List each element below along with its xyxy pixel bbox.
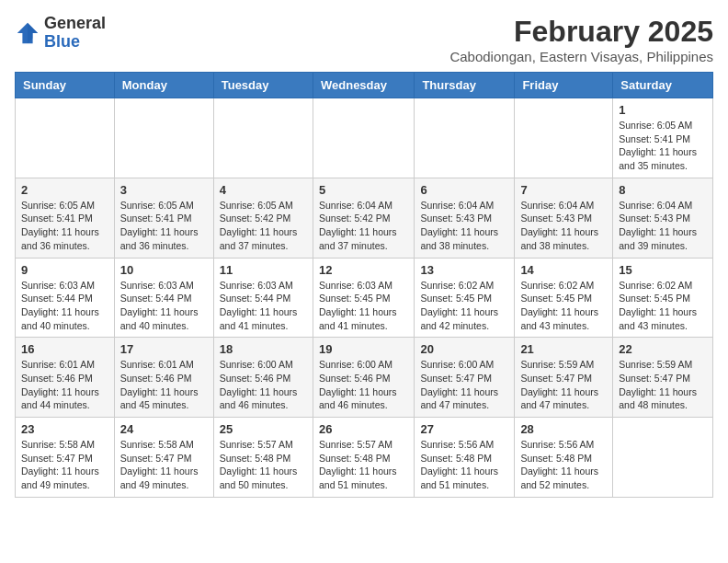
day-number: 27 (420, 422, 508, 436)
column-header-friday: Friday (515, 73, 613, 98)
day-number: 13 (420, 263, 508, 277)
day-number: 10 (120, 263, 208, 277)
calendar-week-row: 1Sunrise: 6:05 AM Sunset: 5:41 PM Daylig… (16, 98, 713, 178)
column-header-sunday: Sunday (16, 73, 115, 98)
calendar-cell: 2Sunrise: 6:05 AM Sunset: 5:41 PM Daylig… (16, 178, 115, 258)
day-info: Sunrise: 6:05 AM Sunset: 5:41 PM Dayligh… (21, 199, 108, 253)
calendar-header-row: SundayMondayTuesdayWednesdayThursdayFrid… (16, 73, 713, 98)
day-number: 2 (21, 183, 108, 197)
day-number: 12 (319, 263, 408, 277)
day-number: 20 (420, 342, 508, 356)
day-number: 11 (220, 263, 307, 277)
column-header-thursday: Thursday (415, 73, 515, 98)
day-info: Sunrise: 6:05 AM Sunset: 5:41 PM Dayligh… (619, 119, 707, 173)
day-info: Sunrise: 6:03 AM Sunset: 5:45 PM Dayligh… (319, 279, 408, 333)
calendar-cell: 27Sunrise: 5:56 AM Sunset: 5:48 PM Dayli… (415, 418, 515, 498)
calendar-cell: 8Sunrise: 6:04 AM Sunset: 5:43 PM Daylig… (613, 178, 713, 258)
calendar-cell (114, 98, 213, 178)
logo: General Blue (15, 15, 106, 52)
day-info: Sunrise: 5:58 AM Sunset: 5:47 PM Dayligh… (21, 438, 108, 492)
calendar-cell: 14Sunrise: 6:02 AM Sunset: 5:45 PM Dayli… (515, 258, 613, 338)
day-info: Sunrise: 6:02 AM Sunset: 5:45 PM Dayligh… (420, 279, 508, 333)
calendar-week-row: 9Sunrise: 6:03 AM Sunset: 5:44 PM Daylig… (16, 258, 713, 338)
day-number: 4 (220, 183, 307, 197)
day-number: 9 (21, 263, 108, 277)
day-number: 8 (619, 183, 707, 197)
calendar-cell: 28Sunrise: 5:56 AM Sunset: 5:48 PM Dayli… (515, 418, 613, 498)
calendar-cell: 21Sunrise: 5:59 AM Sunset: 5:47 PM Dayli… (515, 338, 613, 418)
day-info: Sunrise: 6:02 AM Sunset: 5:45 PM Dayligh… (520, 279, 607, 333)
logo-icon (15, 20, 40, 46)
logo-general-text: General (44, 14, 106, 32)
day-info: Sunrise: 6:03 AM Sunset: 5:44 PM Dayligh… (120, 279, 208, 333)
day-number: 3 (120, 183, 208, 197)
calendar-cell: 16Sunrise: 6:01 AM Sunset: 5:46 PM Dayli… (16, 338, 115, 418)
calendar-week-row: 16Sunrise: 6:01 AM Sunset: 5:46 PM Dayli… (16, 338, 713, 418)
day-info: Sunrise: 5:57 AM Sunset: 5:48 PM Dayligh… (319, 438, 408, 492)
day-number: 14 (520, 263, 607, 277)
day-info: Sunrise: 6:04 AM Sunset: 5:42 PM Dayligh… (319, 199, 408, 253)
calendar-cell: 23Sunrise: 5:58 AM Sunset: 5:47 PM Dayli… (16, 418, 115, 498)
day-info: Sunrise: 6:05 AM Sunset: 5:41 PM Dayligh… (120, 199, 208, 253)
calendar-cell (515, 98, 613, 178)
day-info: Sunrise: 5:59 AM Sunset: 5:47 PM Dayligh… (520, 358, 607, 412)
day-number: 16 (21, 342, 108, 356)
day-info: Sunrise: 6:01 AM Sunset: 5:46 PM Dayligh… (21, 358, 108, 412)
title-block: February 2025 Cabodiongan, Eastern Visay… (449, 15, 713, 64)
page-header: General Blue February 2025 Cabodiongan, … (15, 15, 713, 64)
day-info: Sunrise: 6:00 AM Sunset: 5:47 PM Dayligh… (420, 358, 508, 412)
day-info: Sunrise: 5:57 AM Sunset: 5:48 PM Dayligh… (220, 438, 307, 492)
day-info: Sunrise: 6:00 AM Sunset: 5:46 PM Dayligh… (319, 358, 408, 412)
calendar-cell (613, 418, 713, 498)
calendar-cell: 5Sunrise: 6:04 AM Sunset: 5:42 PM Daylig… (313, 178, 414, 258)
calendar-cell: 12Sunrise: 6:03 AM Sunset: 5:45 PM Dayli… (313, 258, 414, 338)
day-info: Sunrise: 6:04 AM Sunset: 5:43 PM Dayligh… (619, 199, 707, 253)
day-info: Sunrise: 6:05 AM Sunset: 5:42 PM Dayligh… (220, 199, 307, 253)
day-info: Sunrise: 6:04 AM Sunset: 5:43 PM Dayligh… (520, 199, 607, 253)
day-info: Sunrise: 6:03 AM Sunset: 5:44 PM Dayligh… (220, 279, 307, 333)
calendar-table: SundayMondayTuesdayWednesdayThursdayFrid… (15, 72, 713, 498)
day-number: 26 (319, 422, 408, 436)
day-info: Sunrise: 6:04 AM Sunset: 5:43 PM Dayligh… (420, 199, 508, 253)
calendar-cell: 7Sunrise: 6:04 AM Sunset: 5:43 PM Daylig… (515, 178, 613, 258)
calendar-week-row: 2Sunrise: 6:05 AM Sunset: 5:41 PM Daylig… (16, 178, 713, 258)
calendar-cell: 9Sunrise: 6:03 AM Sunset: 5:44 PM Daylig… (16, 258, 115, 338)
calendar-cell (16, 98, 115, 178)
calendar-cell: 19Sunrise: 6:00 AM Sunset: 5:46 PM Dayli… (313, 338, 414, 418)
calendar-cell: 11Sunrise: 6:03 AM Sunset: 5:44 PM Dayli… (213, 258, 313, 338)
calendar-cell: 22Sunrise: 5:59 AM Sunset: 5:47 PM Dayli… (613, 338, 713, 418)
day-number: 6 (420, 183, 508, 197)
day-number: 5 (319, 183, 408, 197)
column-header-tuesday: Tuesday (213, 73, 313, 98)
day-number: 17 (120, 342, 208, 356)
calendar-cell: 18Sunrise: 6:00 AM Sunset: 5:46 PM Dayli… (213, 338, 313, 418)
column-header-saturday: Saturday (613, 73, 713, 98)
day-info: Sunrise: 5:56 AM Sunset: 5:48 PM Dayligh… (520, 438, 607, 492)
calendar-cell: 17Sunrise: 6:01 AM Sunset: 5:46 PM Dayli… (114, 338, 213, 418)
calendar-cell: 13Sunrise: 6:02 AM Sunset: 5:45 PM Dayli… (415, 258, 515, 338)
calendar-cell: 3Sunrise: 6:05 AM Sunset: 5:41 PM Daylig… (114, 178, 213, 258)
day-info: Sunrise: 6:02 AM Sunset: 5:45 PM Dayligh… (619, 279, 707, 333)
day-number: 24 (120, 422, 208, 436)
day-number: 7 (520, 183, 607, 197)
day-number: 19 (319, 342, 408, 356)
day-number: 18 (220, 342, 307, 356)
calendar-cell: 24Sunrise: 5:58 AM Sunset: 5:47 PM Dayli… (114, 418, 213, 498)
day-number: 23 (21, 422, 108, 436)
location-subtitle: Cabodiongan, Eastern Visayas, Philippine… (449, 49, 713, 64)
day-info: Sunrise: 5:59 AM Sunset: 5:47 PM Dayligh… (619, 358, 707, 412)
calendar-cell (313, 98, 414, 178)
calendar-cell: 25Sunrise: 5:57 AM Sunset: 5:48 PM Dayli… (213, 418, 313, 498)
day-info: Sunrise: 5:56 AM Sunset: 5:48 PM Dayligh… (420, 438, 508, 492)
calendar-cell: 20Sunrise: 6:00 AM Sunset: 5:47 PM Dayli… (415, 338, 515, 418)
calendar-cell: 1Sunrise: 6:05 AM Sunset: 5:41 PM Daylig… (613, 98, 713, 178)
day-number: 15 (619, 263, 707, 277)
calendar-cell: 6Sunrise: 6:04 AM Sunset: 5:43 PM Daylig… (415, 178, 515, 258)
calendar-cell: 4Sunrise: 6:05 AM Sunset: 5:42 PM Daylig… (213, 178, 313, 258)
calendar-cell (415, 98, 515, 178)
day-number: 22 (619, 342, 707, 356)
column-header-wednesday: Wednesday (313, 73, 414, 98)
day-number: 1 (619, 103, 707, 117)
calendar-cell: 15Sunrise: 6:02 AM Sunset: 5:45 PM Dayli… (613, 258, 713, 338)
logo-blue-text: Blue (44, 32, 80, 51)
